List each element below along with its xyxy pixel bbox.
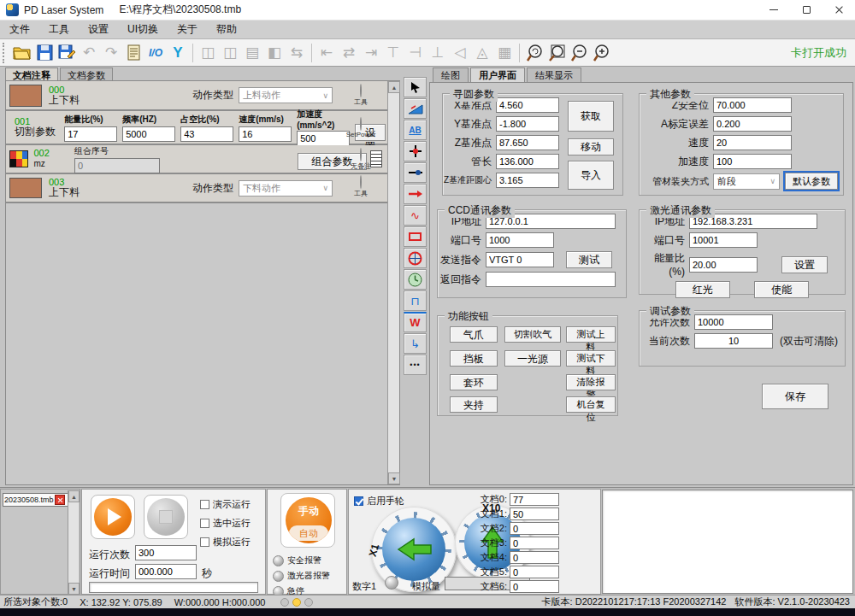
manual-auto-button[interactable]: 手动 自动 xyxy=(280,493,335,548)
list-item-002[interactable]: 002mz 组合序号 组合参数 无备注 xyxy=(6,145,399,174)
save-params-button[interactable]: 保存 xyxy=(762,384,828,409)
list-item-001[interactable]: 001切割参数 能量比(%) 频率(HZ) 占空比(%) 速度(mm/s) 加速… xyxy=(6,111,399,145)
corner-arrow-tool-icon[interactable]: ↳ xyxy=(404,333,427,354)
move-right-icon[interactable]: ⇥ xyxy=(360,42,382,64)
redo-icon[interactable]: ↷ xyxy=(100,42,122,64)
tab-draw[interactable]: 绘图 xyxy=(433,67,469,82)
tab-user-interface[interactable]: 用户界面 xyxy=(470,67,525,82)
open-file-icon[interactable] xyxy=(11,42,33,64)
doc0-count[interactable] xyxy=(510,493,559,506)
zoom-in-icon[interactable] xyxy=(590,42,612,64)
close-file-icon[interactable] xyxy=(55,495,65,505)
line-arrow-tool-icon[interactable] xyxy=(404,184,427,204)
return-cmd-input[interactable] xyxy=(486,272,616,287)
speed-input[interactable] xyxy=(713,135,792,150)
circle-tool-icon[interactable] xyxy=(404,248,427,268)
maximize-button[interactable] xyxy=(790,0,823,21)
get-button[interactable]: 获取 xyxy=(568,101,614,132)
action-type-select[interactable]: 上料动作∨ xyxy=(239,87,333,103)
menu-ui-switch[interactable]: UI切换 xyxy=(118,21,168,38)
io-icon[interactable]: I/O xyxy=(144,42,167,64)
align-rows-icon[interactable]: ▤ xyxy=(241,42,263,64)
import-button[interactable]: 导入 xyxy=(568,161,614,190)
array-grid-icon[interactable]: ▦ xyxy=(493,42,516,64)
doc4-count[interactable] xyxy=(510,551,559,564)
test-unload-button[interactable]: 测试下料 xyxy=(566,350,616,367)
x-ref-input[interactable] xyxy=(496,97,559,113)
file-list-scrollbar[interactable]: ▲ ▼ xyxy=(68,490,79,595)
move-left-icon[interactable]: ⇤ xyxy=(315,42,338,64)
demo-run-checkbox[interactable]: 演示运行 xyxy=(200,498,251,511)
w-marker-tool-icon[interactable]: W xyxy=(404,312,427,332)
zoom-out-icon[interactable] xyxy=(568,42,590,64)
align-bottom-icon[interactable]: ⊥ xyxy=(427,42,449,64)
y-ref-input[interactable] xyxy=(496,116,559,132)
air-claw-button[interactable]: 气爪 xyxy=(450,326,498,343)
current-count-input[interactable] xyxy=(694,333,773,349)
axis-dial[interactable]: X1 xyxy=(371,507,457,592)
align-left-right-icon[interactable]: ◫ xyxy=(197,42,219,64)
wave-tool-icon[interactable]: ∿ xyxy=(404,205,427,226)
tab-doc-params[interactable]: 文档参数 xyxy=(60,67,113,81)
zoom-window-icon[interactable] xyxy=(545,42,568,64)
align-middle-icon[interactable]: ⊣ xyxy=(404,42,427,64)
text-tool-icon[interactable]: AB xyxy=(404,120,427,140)
center-point-tool-icon[interactable] xyxy=(404,141,427,161)
seq-input[interactable] xyxy=(74,158,160,173)
stop-button[interactable] xyxy=(144,495,188,539)
ramp-tool-icon[interactable] xyxy=(404,98,427,119)
test-load-button[interactable]: 测试上料 xyxy=(566,326,616,343)
scroll-up-icon[interactable]: ▲ xyxy=(388,81,400,93)
acc-input[interactable] xyxy=(713,154,792,169)
scroll-up-icon[interactable]: ▲ xyxy=(68,490,80,502)
rect-tool-icon[interactable] xyxy=(404,226,427,247)
more-tools-icon[interactable]: ••• xyxy=(404,355,427,375)
exchange-icon[interactable]: ⇄ xyxy=(338,42,360,64)
frequency-input[interactable] xyxy=(122,126,175,142)
run-time-input[interactable] xyxy=(135,564,197,579)
align-block-icon[interactable]: ◧ xyxy=(263,42,286,64)
minimize-button[interactable] xyxy=(758,0,790,21)
z-safe-input[interactable] xyxy=(713,97,792,113)
point-line-tool-icon[interactable] xyxy=(404,162,427,183)
test-button[interactable]: 测试 xyxy=(566,251,612,268)
menu-help[interactable]: 帮助 xyxy=(207,21,246,38)
pulse-tool-icon[interactable]: ⊓ xyxy=(404,290,427,311)
action-type-select[interactable]: 下料动作∨ xyxy=(239,180,333,197)
scroll-down-icon[interactable]: ▼ xyxy=(388,472,400,484)
light-source-button[interactable]: 一光源 xyxy=(504,350,561,367)
select-tool-icon[interactable] xyxy=(404,77,427,97)
enable-handwheel-checkbox[interactable]: 启用手轮 xyxy=(354,495,404,507)
calib-error-input[interactable] xyxy=(713,116,792,132)
menu-file[interactable]: 文件 xyxy=(0,21,39,38)
close-button[interactable] xyxy=(823,0,855,21)
default-params-button[interactable]: 默认参数 xyxy=(785,173,838,190)
enable-button[interactable]: 使能 xyxy=(754,281,809,298)
energy-ratio-input[interactable] xyxy=(64,126,117,142)
undo-icon[interactable]: ↶ xyxy=(78,42,100,64)
align-top-icon[interactable]: ⊤ xyxy=(382,42,404,64)
z-ref-input[interactable] xyxy=(496,135,559,150)
mirror-h-icon[interactable]: ◁ xyxy=(449,42,471,64)
laser-set-button[interactable]: 设置 xyxy=(781,256,828,273)
doc5-count[interactable] xyxy=(510,566,559,578)
z-to-center-input[interactable] xyxy=(496,173,559,188)
tab-doc-notes[interactable]: 文档注释 xyxy=(5,67,58,81)
align-center-h-icon[interactable]: ◫ xyxy=(219,42,241,64)
start-button[interactable] xyxy=(91,495,135,539)
allow-count-input[interactable] xyxy=(694,314,773,330)
duty-cycle-input[interactable] xyxy=(180,126,233,142)
document-notes-icon[interactable] xyxy=(122,42,144,64)
baffle-button[interactable]: 挡板 xyxy=(450,350,498,367)
menu-settings[interactable]: 设置 xyxy=(79,21,118,38)
menu-about[interactable]: 关于 xyxy=(168,21,207,38)
mirror-v-icon[interactable]: ◬ xyxy=(471,42,493,64)
clamp-mode-select[interactable]: 前段∨ xyxy=(713,173,780,190)
save-icon[interactable] xyxy=(33,42,56,64)
machine-reset-button[interactable]: 机台复位 xyxy=(566,396,616,413)
red-light-button[interactable]: 红光 xyxy=(675,281,730,298)
move-button[interactable]: 移动 xyxy=(568,138,614,155)
list-item-000[interactable]: 000上下料 动作类型 上料动作∨ 工具 xyxy=(6,81,399,111)
ccd-port-input[interactable] xyxy=(486,232,554,248)
clock-tool-icon[interactable] xyxy=(404,269,427,290)
